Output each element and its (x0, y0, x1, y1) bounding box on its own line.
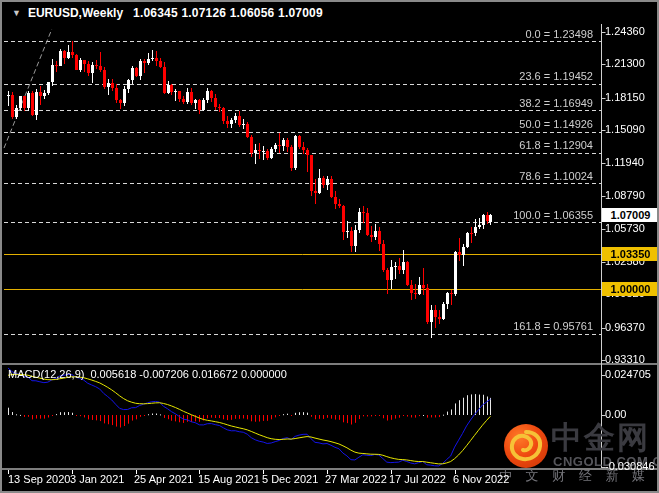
price-axis-label: 0.93310 (605, 353, 645, 366)
chart-window: 中金网 CNGOLD.COM.CN 中 文 财 经 新 媒 体 ▼ EURUSD… (0, 0, 659, 493)
chart-title-bar: ▼ EURUSD,Weekly 1.06345 1.07126 1.06056 … (4, 3, 655, 23)
price-axis-label: 1.24360 (605, 25, 645, 38)
chevron-down-icon[interactable]: ▼ (12, 8, 21, 18)
time-axis-label: 27 Mar 2022 (325, 473, 387, 485)
fib-level-label: 50.0 = 1.14926 (519, 118, 593, 131)
macd-name: MACD(12,26,9) (8, 368, 84, 380)
cngold-logo-icon (504, 424, 548, 468)
ohlc-values-label: 1.06345 1.07126 1.06056 1.07009 (133, 6, 323, 20)
time-axis-label: 15 Aug 2021 (198, 473, 260, 485)
fib-level-label: 61.8 = 1.12904 (519, 139, 593, 152)
price-axis-label: 1.15090 (605, 123, 645, 136)
fib-level-label: 0.0 = 1.23498 (525, 28, 593, 41)
price-axis-label: 1.08790 (605, 189, 645, 202)
macd-axis-label: 0.00 (605, 408, 626, 421)
symbol-timeframe-label: EURUSD,Weekly (28, 6, 123, 20)
price-axis-label: 1.18150 (605, 91, 645, 104)
fib-level-label: 161.8 = 0.95761 (513, 320, 593, 333)
time-axis-label: 25 Apr 2021 (134, 473, 193, 485)
price-axis-label: 1.21300 (605, 57, 645, 70)
watermark-brand-text: 中金网 (551, 422, 650, 454)
price-axis-label: 1.05730 (605, 222, 645, 235)
hline-price-tag: 1.00000 (602, 282, 659, 296)
macd-axis-label: 0.024705 (605, 368, 651, 381)
logo-swirl-icon (504, 424, 548, 468)
hline-price-tag: 1.03350 (602, 247, 659, 261)
fib-level-label: 78.6 = 1.10024 (519, 170, 593, 183)
macd-values: 0.005618 -0.007206 0.016672 0.000000 (90, 368, 286, 380)
time-axis-label: 17 Jul 2022 (389, 473, 446, 485)
fib-level-label: 23.6 = 1.19452 (519, 70, 593, 83)
time-axis-label: 5 Dec 2021 (262, 473, 318, 485)
macd-indicator-label: MACD(12,26,9)0.005618 -0.007206 0.016672… (8, 368, 293, 380)
price-axis-label: 0.96370 (605, 321, 645, 334)
fib-level-label: 100.0 = 1.06355 (513, 209, 593, 222)
fib-level-label: 38.2 = 1.16949 (519, 97, 593, 110)
time-axis-label: 13 Sep 2020 (8, 473, 70, 485)
price-axis-label: 1.11940 (605, 156, 644, 169)
time-axis-label: 3 Jan 2021 (70, 473, 124, 485)
macd-axis-label: -0.030846 (605, 460, 655, 473)
bid-price-tag: 1.07009 (602, 208, 659, 222)
time-axis-label: 6 Nov 2022 (453, 473, 509, 485)
